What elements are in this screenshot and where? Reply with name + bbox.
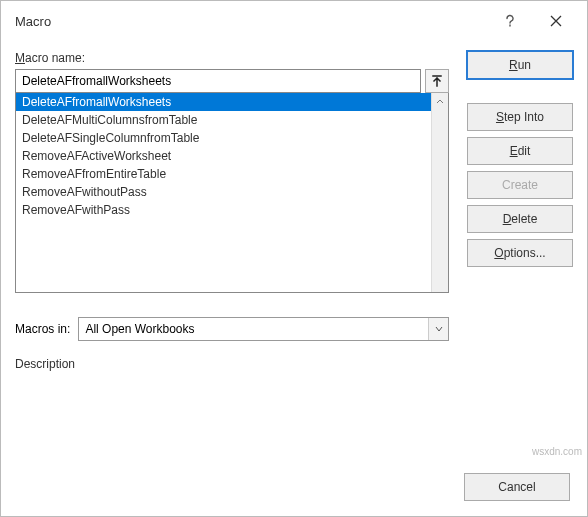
up-arrow-bar-icon (432, 75, 442, 88)
close-button[interactable] (533, 1, 579, 41)
options-button[interactable]: Options... (467, 239, 573, 267)
goto-macro-button[interactable] (425, 69, 449, 93)
list-item[interactable]: RemoveAFwithoutPass (16, 183, 448, 201)
description-label: Description (15, 357, 449, 371)
macros-in-value: All Open Workbooks (85, 322, 194, 336)
create-button: Create (467, 171, 573, 199)
list-item[interactable]: RemoveAFfromEntireTable (16, 165, 448, 183)
run-button[interactable]: Run (467, 51, 573, 79)
list-item[interactable]: RemoveAFActiveWorksheet (16, 147, 448, 165)
scrollbar[interactable] (431, 93, 448, 292)
list-item[interactable]: RemoveAFwithPass (16, 201, 448, 219)
list-item[interactable]: DeleteAFSingleColumnfromTable (16, 129, 448, 147)
list-item[interactable]: DeleteAFfromallWorksheets (16, 93, 448, 111)
list-item[interactable]: DeleteAFMultiColumnsfromTable (16, 111, 448, 129)
cancel-button[interactable]: Cancel (464, 473, 570, 501)
dialog-title: Macro (15, 14, 487, 29)
macro-name-label: Macro name: (15, 51, 449, 65)
watermark: wsxdn.com (532, 446, 582, 457)
footer: Cancel (464, 473, 570, 501)
edit-button[interactable]: Edit (467, 137, 573, 165)
help-icon (503, 14, 517, 28)
macro-name-input[interactable] (15, 69, 421, 93)
macro-list[interactable]: DeleteAFfromallWorksheets DeleteAFMultiC… (15, 93, 449, 293)
titlebar: Macro (1, 1, 587, 41)
macro-dialog: Macro Macro name: DeleteA (0, 0, 588, 517)
scroll-up-arrow-icon[interactable] (432, 93, 448, 110)
close-icon (550, 15, 562, 27)
macros-in-select[interactable]: All Open Workbooks (78, 317, 449, 341)
delete-button[interactable]: Delete (467, 205, 573, 233)
macros-in-label: Macros in: (15, 322, 70, 336)
chevron-down-icon[interactable] (428, 318, 448, 340)
help-button[interactable] (487, 1, 533, 41)
step-into-button[interactable]: Step Into (467, 103, 573, 131)
